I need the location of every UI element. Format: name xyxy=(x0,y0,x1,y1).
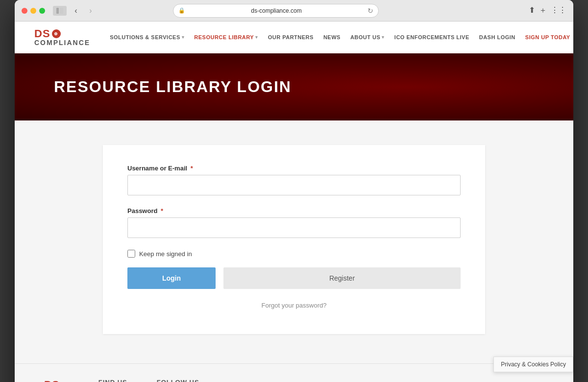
footer-follow-us-heading: Follow Us xyxy=(157,379,199,382)
required-star: * xyxy=(161,207,163,215)
reload-button[interactable]: ↻ xyxy=(368,7,373,15)
browser-chrome: ‹ › 🔒 ds-compliance.com ↻ ⬆ ＋ ⋮⋮ xyxy=(15,0,573,22)
browser-actions: ⬆ ＋ ⋮⋮ xyxy=(529,5,566,16)
chevron-down-icon: ▾ xyxy=(182,35,185,40)
sidebar-toggle[interactable] xyxy=(53,6,67,16)
site-logo[interactable]: DS ⊕ COMPLIANCE xyxy=(34,28,90,46)
forgot-password-row: Forgot your password? xyxy=(127,301,461,310)
site-header: DS ⊕ COMPLIANCE SOLUTIONS & SERVICES ▾ R… xyxy=(15,22,573,53)
nav-sign-up[interactable]: SIGN UP TODAY xyxy=(520,22,573,53)
password-group: Password * xyxy=(127,207,461,238)
remember-me-label[interactable]: Keep me signed in xyxy=(139,250,192,258)
website: DS ⊕ COMPLIANCE SOLUTIONS & SERVICES ▾ R… xyxy=(15,22,573,382)
footer-logo-col: DS ⊕ xyxy=(44,379,69,382)
nav-resource-library[interactable]: RESOURCE LIBRARY ▾ xyxy=(189,22,263,53)
required-star: * xyxy=(191,165,193,172)
browser-window: ‹ › 🔒 ds-compliance.com ↻ ⬆ ＋ ⋮⋮ DS ⊕ CO… xyxy=(15,0,573,382)
username-input[interactable] xyxy=(127,175,461,195)
register-button[interactable]: Register xyxy=(223,267,461,289)
footer-logo: DS ⊕ xyxy=(44,379,69,382)
nav-dash-login[interactable]: DASH LOGIN xyxy=(474,22,520,53)
remember-me-checkbox[interactable] xyxy=(127,250,135,258)
hero-title: RESOURCE LIBRARY LOGIN xyxy=(54,78,292,96)
chevron-down-icon: ▾ xyxy=(382,35,385,40)
privacy-banner[interactable]: Privacy & Cookies Policy xyxy=(493,357,573,372)
maximize-button[interactable] xyxy=(39,8,45,14)
password-input[interactable] xyxy=(127,217,461,238)
lock-icon: 🔒 xyxy=(178,7,185,14)
nav-solutions[interactable]: SOLUTIONS & SERVICES ▾ xyxy=(105,22,189,53)
back-button[interactable]: ‹ xyxy=(71,5,81,16)
address-bar[interactable]: 🔒 ds-compliance.com ↻ xyxy=(173,4,379,18)
new-tab-button[interactable]: ＋ xyxy=(539,5,547,16)
nav-ico-enforcements[interactable]: ICO ENFORCEMENTS LIVE xyxy=(390,22,474,53)
svg-rect-0 xyxy=(56,8,59,14)
forgot-password-link[interactable]: Forgot your password? xyxy=(262,302,327,309)
main-nav: SOLUTIONS & SERVICES ▾ RESOURCE LIBRARY … xyxy=(105,22,573,53)
extensions-button[interactable]: ⋮⋮ xyxy=(551,5,566,16)
hero-banner: RESOURCE LIBRARY LOGIN xyxy=(15,53,573,120)
traffic-lights xyxy=(22,8,45,14)
minimize-button[interactable] xyxy=(30,8,36,14)
remember-me-row: Keep me signed in xyxy=(127,250,461,258)
url-text: ds-compliance.com xyxy=(188,7,365,14)
main-content: Username or E-mail * Password * xyxy=(15,120,573,363)
password-label: Password * xyxy=(127,207,461,215)
nav-news[interactable]: NEWS xyxy=(318,22,345,53)
nav-about-us[interactable]: ABOUT US ▾ xyxy=(345,22,390,53)
site-footer: DS ⊕ Find Us Follow Us xyxy=(15,363,573,382)
logo-compliance: COMPLIANCE xyxy=(34,39,90,46)
login-card: Username or E-mail * Password * xyxy=(103,145,485,334)
footer-find-us-col: Find Us xyxy=(98,379,127,382)
forward-button[interactable]: › xyxy=(85,5,96,16)
logo-icon: ⊕ xyxy=(52,29,61,38)
logo-ds: DS ⊕ xyxy=(34,28,90,39)
share-button[interactable]: ⬆ xyxy=(529,5,535,16)
username-label: Username or E-mail * xyxy=(127,165,461,172)
footer-follow-us-col: Follow Us xyxy=(157,379,199,382)
nav-our-partners[interactable]: OUR PARTNERS xyxy=(263,22,318,53)
close-button[interactable] xyxy=(22,8,27,14)
buttons-row: Login Register xyxy=(127,267,461,289)
svg-rect-1 xyxy=(60,8,63,14)
footer-find-us-heading: Find Us xyxy=(98,379,127,382)
login-button[interactable]: Login xyxy=(127,267,216,289)
chevron-down-icon: ▾ xyxy=(255,35,258,40)
username-group: Username or E-mail * xyxy=(127,165,461,195)
